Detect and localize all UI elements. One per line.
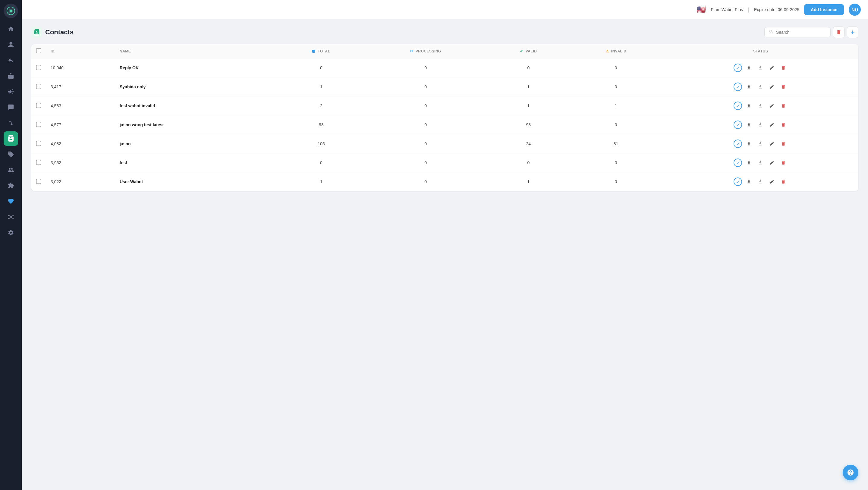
row-valid: 1 [488, 96, 569, 115]
sidebar-item-user[interactable] [4, 37, 18, 52]
row-checkbox[interactable] [36, 65, 41, 70]
upload-icon[interactable] [744, 177, 753, 186]
upload-icon[interactable] [744, 82, 753, 91]
download-icon[interactable] [756, 82, 765, 91]
delete-row-icon[interactable] [779, 63, 788, 72]
download-icon[interactable] [756, 120, 765, 129]
logo[interactable] [4, 4, 18, 18]
delete-button[interactable] [833, 27, 844, 38]
sidebar-item-heart[interactable] [4, 194, 18, 209]
edit-icon[interactable] [767, 82, 776, 91]
upload-icon[interactable] [744, 139, 753, 148]
row-name: Syahida only [115, 78, 279, 96]
upload-icon[interactable] [744, 158, 753, 167]
row-total: 0 [279, 153, 363, 172]
download-icon[interactable] [756, 177, 765, 186]
sidebar-item-cluster[interactable] [4, 210, 18, 224]
page-title-wrap: Contacts [31, 27, 73, 38]
row-name: jason [115, 134, 279, 153]
row-invalid: 0 [569, 172, 663, 191]
delete-row-icon[interactable] [779, 158, 788, 167]
delete-row-icon[interactable] [779, 139, 788, 148]
sidebar-item-settings[interactable] [4, 225, 18, 240]
search-input[interactable] [776, 30, 826, 35]
edit-icon[interactable] [767, 101, 776, 110]
row-checkbox[interactable] [36, 84, 41, 89]
row-processing: 0 [363, 115, 488, 134]
svg-line-15 [9, 217, 10, 219]
sidebar-item-reply[interactable] [4, 53, 18, 67]
edit-icon[interactable] [767, 63, 776, 72]
col-id: ID [46, 44, 115, 58]
header: 🇺🇸 Plan: Wabot Plus | Expire date: 06-09… [22, 0, 868, 19]
row-total: 105 [279, 134, 363, 153]
col-name: NAME [115, 44, 279, 58]
table-row: 3,417 Syahida only 1 0 1 0 [31, 78, 858, 96]
row-checkbox-cell [31, 58, 46, 78]
row-processing: 0 [363, 58, 488, 78]
upload-icon[interactable] [744, 120, 753, 129]
sidebar-item-bot[interactable] [4, 69, 18, 83]
edit-icon[interactable] [767, 120, 776, 129]
select-all-header [31, 44, 46, 58]
add-instance-button[interactable]: Add Instance [804, 4, 844, 15]
row-checkbox-cell [31, 153, 46, 172]
delete-row-icon[interactable] [779, 177, 788, 186]
row-id: 10,040 [46, 58, 115, 78]
row-processing: 0 [363, 134, 488, 153]
row-invalid: 81 [569, 134, 663, 153]
sidebar-item-megaphone[interactable] [4, 84, 18, 99]
sidebar-item-chat[interactable] [4, 100, 18, 115]
expire-label: Expire date: 06-09-2025 [754, 7, 799, 12]
sidebar-item-team[interactable] [4, 163, 18, 177]
download-icon[interactable] [756, 158, 765, 167]
delete-row-icon[interactable] [779, 120, 788, 129]
row-invalid: 0 [569, 78, 663, 96]
svg-point-10 [13, 215, 14, 216]
download-icon[interactable] [756, 63, 765, 72]
row-invalid: 0 [569, 153, 663, 172]
row-checkbox[interactable] [36, 122, 41, 127]
row-total: 2 [279, 96, 363, 115]
add-button[interactable] [847, 27, 858, 38]
row-id: 4,082 [46, 134, 115, 153]
row-checkbox[interactable] [36, 103, 41, 108]
valid-icon: ✔ [520, 49, 523, 53]
col-invalid: ⚠ INVALID [569, 44, 663, 58]
sidebar-item-contacts[interactable] [4, 131, 18, 146]
edit-icon[interactable] [767, 139, 776, 148]
upload-icon[interactable] [744, 63, 753, 72]
row-total: 1 [279, 78, 363, 96]
table-header: ID NAME TOTAL ⟳ PROCESSING ✔ VALID [31, 44, 858, 58]
row-valid: 0 [488, 58, 569, 78]
row-checkbox[interactable] [36, 179, 41, 184]
status-check-icon [734, 158, 742, 167]
help-button[interactable] [843, 465, 858, 480]
status-check-icon [734, 64, 742, 72]
status-check-icon [734, 178, 742, 186]
edit-icon[interactable] [767, 177, 776, 186]
sidebar-item-export[interactable] [4, 116, 18, 130]
status-check-icon [734, 83, 742, 91]
delete-row-icon[interactable] [779, 101, 788, 110]
row-total: 1 [279, 172, 363, 191]
row-checkbox[interactable] [36, 160, 41, 165]
status-check-icon [734, 140, 742, 148]
row-checkbox[interactable] [36, 141, 41, 146]
download-icon[interactable] [756, 101, 765, 110]
sidebar-item-tags[interactable] [4, 147, 18, 161]
avatar[interactable]: NU [849, 4, 861, 16]
svg-point-2 [10, 10, 12, 12]
delete-row-icon[interactable] [779, 82, 788, 91]
processing-icon: ⟳ [410, 49, 413, 53]
table-row: 4,577 jason wong test latest 98 0 98 0 [31, 115, 858, 134]
row-id: 3,417 [46, 78, 115, 96]
sidebar-item-plugin[interactable] [4, 178, 18, 193]
upload-icon[interactable] [744, 101, 753, 110]
select-all-checkbox[interactable] [36, 48, 41, 53]
download-icon[interactable] [756, 139, 765, 148]
flag-icon: 🇺🇸 [697, 5, 706, 14]
main-content: 🇺🇸 Plan: Wabot Plus | Expire date: 06-09… [22, 0, 868, 490]
sidebar-item-home[interactable] [4, 22, 18, 36]
edit-icon[interactable] [767, 158, 776, 167]
